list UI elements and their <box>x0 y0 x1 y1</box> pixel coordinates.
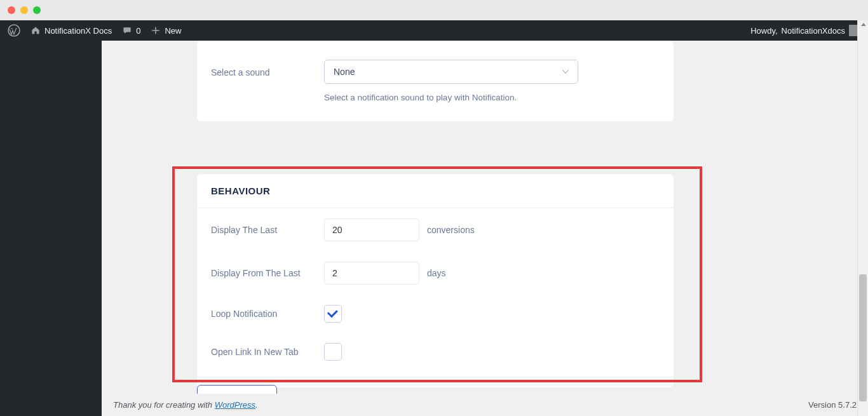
loop-notification-label: Loop Notification <box>211 309 324 319</box>
footer-thanks-suffix: . <box>255 400 258 410</box>
new-label: New <box>165 26 181 36</box>
footer-wordpress-link[interactable]: WordPress <box>215 400 255 410</box>
loop-notification-checkbox[interactable] <box>324 305 342 323</box>
comments-link[interactable]: 0 <box>122 25 140 36</box>
wp-adminbar: NotificationX Docs 0 New Howdy, Notifica… <box>0 20 868 41</box>
behaviour-panel: BEHAVIOUR Display The Last conversions D… <box>197 174 674 387</box>
chevron-down-icon <box>562 70 569 74</box>
open-new-tab-row: Open Link In New Tab <box>197 333 674 371</box>
scrollbar-thumb[interactable] <box>859 274 867 401</box>
new-content-link[interactable]: New <box>151 25 181 36</box>
window-maximize-icon[interactable] <box>33 6 41 14</box>
display-from-last-input[interactable] <box>324 262 419 285</box>
vertical-scrollbar[interactable] <box>857 20 868 416</box>
window-close-icon[interactable] <box>8 6 15 14</box>
behaviour-title: BEHAVIOUR <box>211 185 660 196</box>
comments-count: 0 <box>136 26 140 36</box>
sound-selected-value: None <box>334 67 355 77</box>
plus-icon <box>151 25 161 36</box>
wp-logo-menu[interactable] <box>8 24 20 37</box>
checkmark-icon <box>327 307 338 318</box>
footer-thanks-prefix: Thank you for creating with <box>113 400 215 410</box>
loop-notification-row: Loop Notification <box>197 295 674 333</box>
open-new-tab-checkbox[interactable] <box>324 343 342 361</box>
site-name-link[interactable]: NotificationX Docs <box>31 25 112 36</box>
window-titlebar <box>0 0 868 20</box>
display-last-input[interactable] <box>324 218 419 241</box>
display-from-last-row: Display From The Last days <box>197 252 674 295</box>
home-icon <box>31 25 41 36</box>
sound-label: Select a sound <box>211 60 324 77</box>
display-from-last-suffix: days <box>427 268 446 278</box>
sound-select[interactable]: None <box>324 60 578 84</box>
open-new-tab-label: Open Link In New Tab <box>211 347 324 357</box>
wordpress-icon <box>8 24 20 37</box>
comment-icon <box>122 25 132 36</box>
howdy-username: NotificationXdocs <box>782 26 845 36</box>
scroll-up-icon <box>861 23 866 26</box>
howdy-prefix: Howdy, <box>750 26 777 36</box>
window-minimize-icon[interactable] <box>20 6 28 14</box>
display-last-label: Display The Last <box>211 225 324 235</box>
sound-panel: Select a sound None Select a notificatio… <box>197 41 674 121</box>
display-last-row: Display The Last conversions <box>197 208 674 252</box>
footer-version: Version 5.7.2 <box>808 400 857 410</box>
howdy-account-link[interactable]: Howdy, NotificationXdocs <box>750 25 860 36</box>
site-name-label: NotificationX Docs <box>44 26 112 36</box>
wp-admin-sidebar[interactable] <box>0 41 102 416</box>
content-area: Select a sound None Select a notificatio… <box>102 41 868 416</box>
display-last-suffix: conversions <box>427 225 475 235</box>
wp-footer: Thank you for creating with WordPress. V… <box>102 394 868 416</box>
display-from-last-label: Display From The Last <box>211 268 324 278</box>
sound-help-text: Select a notification sound to play with… <box>324 93 660 102</box>
